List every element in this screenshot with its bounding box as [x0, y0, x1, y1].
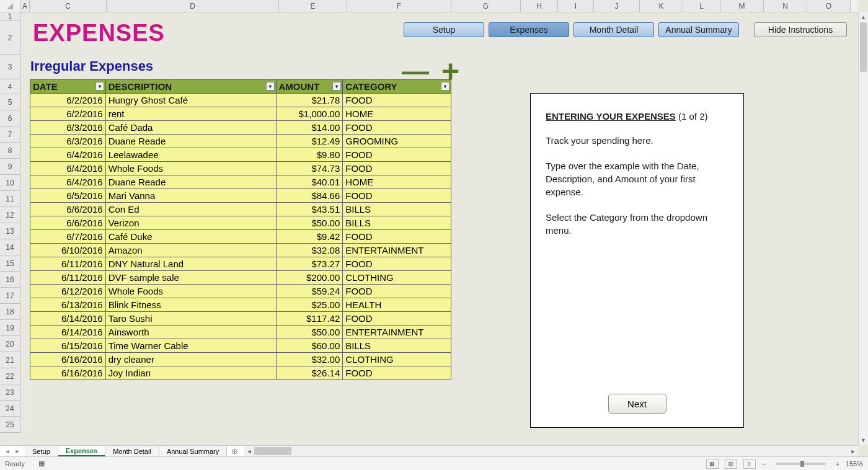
- nav-annual-summary-button[interactable]: Annual Summary: [658, 22, 739, 37]
- table-row[interactable]: 6/4/2016Leelawadee$9.80FOOD: [30, 148, 451, 162]
- zoom-out-icon[interactable]: −: [762, 460, 766, 468]
- table-row[interactable]: 6/16/2016dry cleaner$32.00CLOTHING: [30, 353, 451, 366]
- worksheet-area[interactable]: EXPENSES Irregular Expenses Setup Expens…: [20, 12, 858, 445]
- cell-date[interactable]: 6/13/2016: [30, 298, 106, 312]
- cell-amt[interactable]: $73.27: [276, 257, 343, 271]
- column-header[interactable]: M: [720, 0, 764, 12]
- view-page-break-icon[interactable]: ▯: [743, 459, 756, 469]
- column-header[interactable]: N: [764, 0, 807, 12]
- select-all-corner[interactable]: [0, 0, 20, 12]
- cell-amt[interactable]: $32.08: [276, 244, 343, 257]
- row-header[interactable]: 5: [0, 94, 20, 110]
- cell-amt[interactable]: $26.14: [276, 366, 343, 380]
- row-header[interactable]: 7: [0, 126, 20, 143]
- view-normal-icon[interactable]: ▦: [706, 459, 719, 469]
- cell-amt[interactable]: $14.00: [276, 121, 343, 135]
- cell-cat[interactable]: BILLS: [343, 216, 451, 230]
- cell-date[interactable]: 6/3/2016: [30, 121, 106, 135]
- cell-desc[interactable]: rent: [105, 107, 276, 121]
- cell-desc[interactable]: Verizon: [105, 216, 276, 230]
- table-row[interactable]: 6/2/2016Hungry Ghost Café$21.78FOOD: [30, 94, 451, 107]
- header-category[interactable]: CATEGORY ▾: [343, 80, 451, 94]
- row-header[interactable]: 20: [0, 336, 20, 352]
- cell-date[interactable]: 6/5/2016: [30, 189, 106, 203]
- column-header[interactable]: J: [594, 0, 640, 12]
- row-header[interactable]: 4: [0, 79, 20, 94]
- cell-date[interactable]: 6/11/2016: [30, 271, 106, 285]
- cell-date[interactable]: 6/4/2016: [30, 175, 106, 189]
- cell-date[interactable]: 6/4/2016: [30, 148, 106, 162]
- row-header[interactable]: 16: [0, 272, 20, 288]
- table-row[interactable]: 6/2/2016rent$1,000.00HOME: [30, 107, 451, 121]
- column-header[interactable]: C: [30, 0, 107, 12]
- column-header[interactable]: H: [521, 0, 558, 12]
- row-header[interactable]: 13: [0, 223, 20, 239]
- row-header[interactable]: 23: [0, 384, 20, 401]
- table-row[interactable]: 6/6/2016Verizon$50.00BILLS: [30, 216, 451, 230]
- table-row[interactable]: 6/15/2016Time Warner Cable$60.00BILLS: [30, 339, 451, 353]
- cell-date[interactable]: 6/12/2016: [30, 285, 106, 298]
- scroll-left-icon[interactable]: ◄: [244, 446, 254, 456]
- column-header[interactable]: I: [558, 0, 594, 12]
- tab-next-icon[interactable]: ►: [12, 448, 22, 454]
- cell-desc[interactable]: dry cleaner: [105, 353, 276, 366]
- row-header[interactable]: 21: [0, 352, 20, 368]
- cell-date[interactable]: 6/3/2016: [30, 135, 106, 148]
- cell-amt[interactable]: $60.00: [276, 339, 343, 353]
- column-header[interactable]: O: [807, 0, 851, 12]
- cell-cat[interactable]: FOOD: [343, 230, 451, 244]
- cell-cat[interactable]: BILLS: [343, 339, 451, 353]
- row-header[interactable]: 11: [0, 191, 20, 207]
- add-sheet-icon[interactable]: ⊕: [227, 446, 242, 456]
- header-date[interactable]: DATE ▾: [30, 80, 106, 94]
- sheet-tab[interactable]: Setup: [25, 446, 58, 456]
- cell-amt[interactable]: $84.66: [276, 189, 343, 203]
- column-header[interactable]: A: [20, 0, 30, 12]
- row-header[interactable]: 22: [0, 368, 20, 384]
- row-header[interactable]: 14: [0, 239, 20, 255]
- cell-desc[interactable]: Leelawadee: [105, 148, 276, 162]
- table-row[interactable]: 6/10/2016Amazon$32.08ENTERTAINMENT: [30, 244, 451, 257]
- header-description[interactable]: DESCRIPTION ▾: [105, 80, 276, 94]
- cell-date[interactable]: 6/11/2016: [30, 257, 106, 271]
- cell-date[interactable]: 6/10/2016: [30, 244, 106, 257]
- cell-cat[interactable]: FOOD: [343, 312, 451, 326]
- column-header[interactable]: G: [451, 0, 521, 12]
- row-header[interactable]: 10: [0, 175, 20, 191]
- cell-desc[interactable]: Café Duke: [105, 230, 276, 244]
- cell-desc[interactable]: Con Ed: [105, 203, 276, 216]
- cell-cat[interactable]: FOOD: [343, 121, 451, 135]
- table-row[interactable]: 6/4/2016Duane Reade$40.01HOME: [30, 175, 451, 189]
- cell-desc[interactable]: DVF sample sale: [105, 271, 276, 285]
- header-amount[interactable]: AMOUNT ▾: [276, 80, 343, 94]
- cell-cat[interactable]: GROOMING: [343, 135, 451, 148]
- table-row[interactable]: 6/6/2016Con Ed$43.51BILLS: [30, 203, 451, 216]
- cell-date[interactable]: 6/15/2016: [30, 339, 106, 353]
- cell-amt[interactable]: $12.49: [276, 135, 343, 148]
- nav-expenses-button[interactable]: Expenses: [489, 22, 569, 37]
- cell-desc[interactable]: Time Warner Cable: [105, 339, 276, 353]
- row-header[interactable]: 15: [0, 255, 20, 272]
- macro-record-icon[interactable]: ▦: [38, 459, 45, 468]
- cell-cat[interactable]: ENTERTAINMENT: [343, 326, 451, 339]
- hscroll-thumb[interactable]: [254, 447, 291, 455]
- nav-month-detail-button[interactable]: Month Detail: [574, 22, 654, 37]
- cell-desc[interactable]: Ainsworth: [105, 326, 276, 339]
- cell-date[interactable]: 6/4/2016: [30, 162, 106, 175]
- cell-date[interactable]: 6/2/2016: [30, 107, 106, 121]
- row-header[interactable]: 17: [0, 288, 20, 304]
- cell-cat[interactable]: HOME: [343, 175, 451, 189]
- row-header[interactable]: 18: [0, 304, 20, 320]
- horizontal-scrollbar[interactable]: ◄ ►: [244, 446, 858, 456]
- table-row[interactable]: 6/4/2016Whole Foods$74.73FOOD: [30, 162, 451, 175]
- cell-cat[interactable]: ENTERTAINMENT: [343, 244, 451, 257]
- hide-instructions-button[interactable]: Hide Instructions: [754, 22, 847, 37]
- cell-amt[interactable]: $21.78: [276, 94, 343, 107]
- cell-amt[interactable]: $1,000.00: [276, 107, 343, 121]
- scroll-thumb[interactable]: [860, 22, 867, 72]
- column-header[interactable]: F: [347, 0, 451, 12]
- cell-cat[interactable]: FOOD: [343, 285, 451, 298]
- next-button[interactable]: Next: [608, 394, 666, 414]
- sheet-tab[interactable]: Expenses: [58, 446, 105, 456]
- filter-icon[interactable]: ▾: [95, 82, 104, 91]
